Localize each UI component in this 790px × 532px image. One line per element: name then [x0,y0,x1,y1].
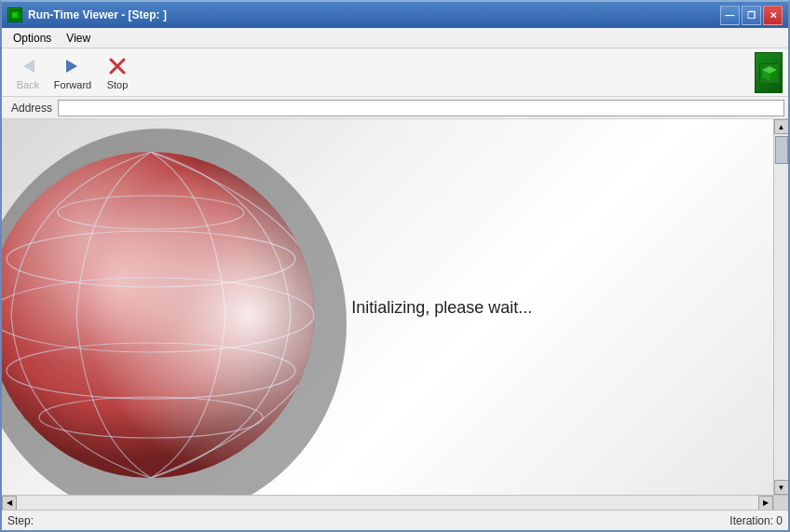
svg-rect-2 [13,13,17,17]
address-bar: Address [2,97,788,119]
window-title: Run-Time Viewer - [Step: ] [28,8,167,21]
globe-background: Initializing, please wait... [2,119,773,495]
stop-icon [106,55,129,77]
menu-options[interactable]: Options [6,30,59,47]
vertical-scrollbar[interactable]: ▲ ▼ [773,119,788,495]
scrollbar-corner [773,495,788,510]
title-controls: — ❐ ✕ [720,6,783,25]
title-bar: Run-Time Viewer - [Step: ] — ❐ ✕ [2,2,788,28]
main-window: Run-Time Viewer - [Step: ] — ❐ ✕ Options… [0,0,790,532]
minimize-button[interactable]: — [720,6,740,25]
forward-button[interactable]: Forward [52,50,93,95]
brand-logo [755,52,783,93]
svg-marker-4 [66,60,77,73]
init-text: Initializing, please wait... [351,297,532,317]
status-iteration: Iteration: 0 [729,514,783,527]
scroll-left-arrow[interactable]: ◀ [2,496,17,511]
address-label: Address [6,102,58,115]
back-label: Back [17,79,39,90]
forward-icon [61,55,84,77]
scroll-down-arrow[interactable]: ▼ [774,480,789,495]
toolbar: Back Forward Stop [2,48,788,97]
stop-button[interactable]: Stop [97,50,138,95]
globe-image [2,119,365,495]
menu-view[interactable]: View [59,30,98,47]
status-bar: Step: Iteration: 0 [2,510,788,530]
brand-cube-icon [759,63,778,82]
scroll-up-arrow[interactable]: ▲ [774,119,789,134]
back-button[interactable]: Back [7,50,48,95]
close-button[interactable]: ✕ [763,6,783,25]
back-icon [17,55,39,77]
address-input[interactable] [58,100,784,116]
maximize-button[interactable]: ❐ [742,6,761,25]
horizontal-scrollbar[interactable]: ◀ ▶ [2,495,773,510]
scroll-right-arrow[interactable]: ▶ [758,496,773,511]
forward-label: Forward [54,79,91,90]
svg-point-21 [2,152,314,478]
svg-marker-3 [23,60,34,73]
title-bar-left: Run-Time Viewer - [Step: ] [7,7,167,22]
stop-label: Stop [107,79,129,90]
menu-bar: Options View [2,28,788,48]
scroll-thumb[interactable] [775,136,788,164]
status-step: Step: [7,514,34,527]
content-area: Initializing, please wait... ▲ ▼ ◀ ▶ [2,119,788,510]
app-icon [7,7,22,22]
